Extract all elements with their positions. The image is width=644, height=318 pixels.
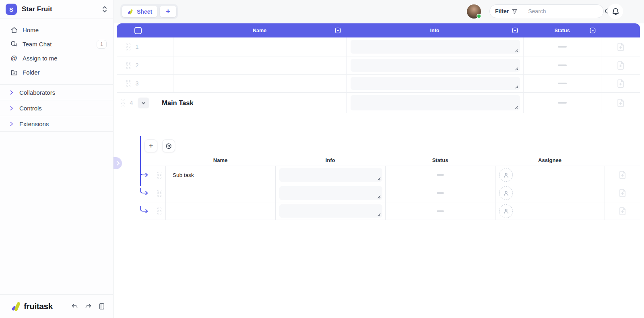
status-cell[interactable] [385,166,495,184]
sidebar-footer: fruitask [0,294,113,318]
status-cell[interactable] [385,202,495,220]
sidebar-section-collaborators[interactable]: Collaborators [0,85,113,100]
filter-button[interactable]: Filter [490,5,523,18]
chevron-right-icon [9,121,14,127]
drag-handle-icon[interactable] [157,172,162,179]
redo-icon[interactable] [84,302,92,310]
column-header-info[interactable]: Info [346,23,523,37]
attachment-add-icon [616,60,626,71]
sub-column-header-assignee[interactable]: Assignee [495,157,605,163]
attachment-cell[interactable] [605,184,640,202]
subtask-name-cell[interactable] [165,184,275,202]
subtask-row-2[interactable] [143,184,640,202]
sidebar-item-home[interactable]: Home [0,23,113,37]
assignee-cell[interactable] [495,184,605,202]
add-tab-button[interactable]: + [160,6,176,17]
drag-handle-icon[interactable] [126,44,130,50]
table-row-3[interactable]: 3 [117,75,640,93]
sidebar-item-folder[interactable]: Folder [0,65,113,79]
online-status-dot [477,14,481,19]
sidebar-item-assign-to-me[interactable]: @ Assign to me [0,51,113,65]
subtask-row-3[interactable] [143,202,640,220]
info-textarea[interactable] [351,77,520,90]
drag-handle-icon[interactable] [121,100,125,106]
collapse-row-chevron-button[interactable] [138,98,149,108]
drag-handle-icon[interactable] [126,80,130,87]
table-row-4[interactable]: 4 Main Task [117,93,640,113]
field-type-icon[interactable] [512,27,518,35]
attachment-add-icon [616,98,626,108]
column-header-status[interactable]: Status [523,23,601,37]
column-header-name[interactable]: Name [173,23,346,37]
name-cell[interactable] [173,37,346,56]
mention-icon: @ [10,54,18,62]
sidebar-section-controls[interactable]: Controls [0,100,113,116]
sidebar-item-label: Assign to me [23,55,107,62]
search-input[interactable] [523,8,604,15]
subtask-row-1[interactable]: Sub task [143,166,640,184]
workspace-switcher[interactable]: S Star Fruit [0,0,113,19]
section-label: Controls [19,105,42,112]
attachment-cell[interactable] [601,93,640,113]
row-number: 4 [130,100,133,106]
drag-handle-icon[interactable] [126,62,130,69]
sidebar-section-extensions[interactable]: Extensions [0,116,113,132]
status-cell[interactable] [523,75,601,92]
sidebar-item-label: Team Chat [23,41,92,48]
assignee-placeholder-icon[interactable] [499,168,513,182]
sub-column-header-status[interactable]: Status [385,157,495,163]
add-subtask-button[interactable]: + [144,139,157,152]
subtable-header-row: Name Info Status Assignee [143,154,640,166]
subtask-name-cell[interactable]: Sub task [165,166,275,184]
status-cell[interactable] [523,93,601,113]
table-row-1[interactable]: 1 [117,37,640,56]
attachment-cell[interactable] [605,202,640,220]
info-textarea[interactable] [351,95,520,110]
sub-column-header-name[interactable]: Name [165,157,275,163]
brand-logo: fruitask [12,301,70,312]
drag-handle-icon[interactable] [157,190,162,197]
drag-handle-icon[interactable] [157,208,162,214]
field-type-icon[interactable] [335,27,341,35]
table-row-2[interactable]: 2 [117,56,640,75]
notifications-bell-button[interactable] [608,4,623,19]
status-empty-dash-icon [437,174,444,176]
docs-icon[interactable] [98,302,106,310]
assignee-placeholder-icon[interactable] [499,186,513,200]
assignee-cell[interactable] [495,166,605,184]
info-textarea[interactable] [279,168,382,182]
subtask-name-cell[interactable] [165,202,275,220]
info-textarea[interactable] [279,204,382,218]
subtable-settings-button[interactable] [162,139,175,152]
attachment-cell[interactable] [601,37,640,56]
table-header-row: Name Info Status [117,23,640,37]
unread-count-badge: 1 [97,40,107,49]
status-cell[interactable] [523,37,601,56]
user-avatar[interactable] [467,4,481,19]
info-textarea[interactable] [279,186,382,200]
sidebar-collapse-handle[interactable] [114,157,122,169]
undo-icon[interactable] [70,302,78,310]
name-cell[interactable] [173,56,346,74]
select-all-checkbox[interactable] [134,27,142,34]
status-cell[interactable] [385,184,495,202]
attachment-cell[interactable] [605,166,640,184]
field-type-icon[interactable] [590,27,596,35]
status-cell[interactable] [523,56,601,74]
sub-column-header-info[interactable]: Info [275,157,385,163]
name-cell[interactable]: Main Task [173,93,346,113]
info-textarea[interactable] [351,40,520,54]
name-cell[interactable] [173,75,346,92]
info-textarea[interactable] [351,59,520,72]
attachment-add-icon [618,206,627,216]
attachment-cell[interactable] [601,56,640,74]
row-number: 3 [136,80,139,87]
assignee-cell[interactable] [495,202,605,220]
workspace-switcher-icon[interactable] [102,6,107,13]
attachment-cell[interactable] [601,75,640,92]
row-number: 1 [136,44,139,50]
tab-sheet[interactable]: Sheet [122,6,157,17]
assignee-placeholder-icon[interactable] [499,204,513,218]
sidebar-item-team-chat[interactable]: Team Chat 1 [0,37,113,51]
folder-add-icon [10,69,18,76]
